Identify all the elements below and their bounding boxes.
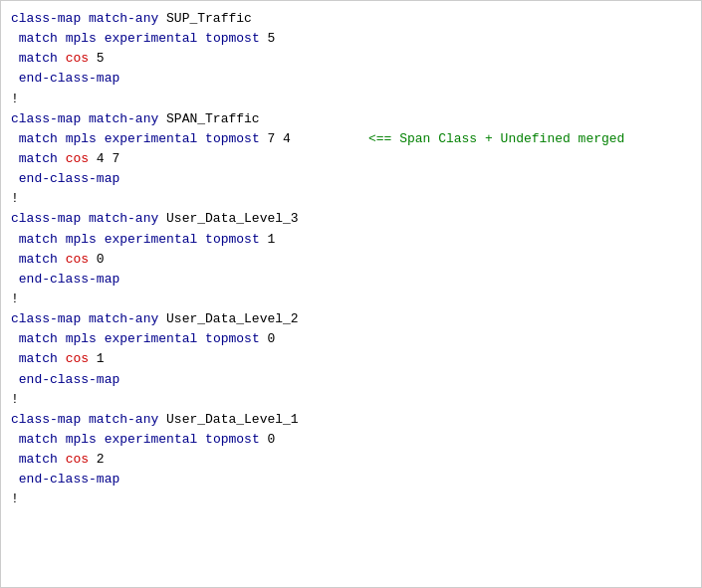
token-kw-cos: cos <box>66 51 89 66</box>
token-val <box>197 31 205 46</box>
code-line: class-map match-any User_Data_Level_2 <box>11 309 691 329</box>
token-kw-cos: cos <box>66 452 89 467</box>
token-kw-match: match <box>19 252 58 267</box>
code-line: end-class-map <box>11 169 691 189</box>
token-val <box>97 331 105 346</box>
token-kw-match-any: match-any <box>89 111 158 126</box>
code-line: match mpls experimental topmost 1 <box>11 230 691 250</box>
token-val: 7 4 <box>260 131 291 146</box>
token-comment: <== Span Class + Undefined merged <box>368 131 624 146</box>
code-line: ! <box>11 490 691 509</box>
token-kw-topmost: topmost <box>205 232 260 247</box>
token-kw-class-map: class-map <box>11 311 81 326</box>
token-kw-end: end-class-map <box>19 171 119 186</box>
token-kw-mpls: mpls <box>66 131 97 146</box>
token-val: 2 <box>89 452 105 467</box>
token-kw-match: match <box>19 51 58 66</box>
code-block: class-map match-any SUP_Traffic match mp… <box>0 0 702 588</box>
token-val <box>97 232 105 247</box>
token-kw-match: match <box>19 232 58 247</box>
token-kw-match: match <box>19 452 58 467</box>
token-val <box>197 131 205 146</box>
token-kw-mpls: mpls <box>66 232 97 247</box>
code-line: match cos 5 <box>11 49 691 69</box>
token-kw-match: match <box>19 131 58 146</box>
token-kw-class-map: class-map <box>11 412 81 427</box>
token-kw-experimental: experimental <box>105 331 198 346</box>
code-line: class-map match-any SPAN_Traffic <box>11 109 691 129</box>
token-kw-experimental: experimental <box>105 131 198 146</box>
code-line: end-class-map <box>11 370 691 390</box>
token-kw-match: match <box>19 331 58 346</box>
token-val <box>58 432 66 447</box>
token-kw-cos: cos <box>66 351 89 366</box>
token-kw-experimental: experimental <box>105 31 198 46</box>
token-kw-experimental: experimental <box>105 232 198 247</box>
token-kw-cos: cos <box>66 252 89 267</box>
token-kw-match: match <box>19 151 58 166</box>
token-val <box>81 311 89 326</box>
token-val: 0 <box>89 252 105 267</box>
code-line: match mpls experimental topmost 0 <box>11 329 691 349</box>
token-val <box>58 31 66 46</box>
code-line: match mpls experimental topmost 5 <box>11 29 691 49</box>
code-line: ! <box>11 90 691 109</box>
token-kw-cos: cos <box>66 151 89 166</box>
code-line: match cos 1 <box>11 349 691 369</box>
token-val <box>97 432 105 447</box>
token-val <box>197 331 205 346</box>
token-val <box>81 111 89 126</box>
token-kw-class-map: class-map <box>11 211 81 226</box>
token-val: SUP_Traffic <box>158 11 252 26</box>
token-excl: ! <box>11 392 19 407</box>
token-kw-end: end-class-map <box>19 372 119 387</box>
token-kw-class-map: class-map <box>11 111 81 126</box>
token-val <box>58 232 66 247</box>
token-kw-match-any: match-any <box>89 311 158 326</box>
code-line: match mpls experimental topmost 7 4 <== … <box>11 129 691 149</box>
token-val: 1 <box>89 351 105 366</box>
code-line: ! <box>11 390 691 410</box>
token-kw-mpls: mpls <box>66 331 97 346</box>
code-line: class-map match-any User_Data_Level_1 <box>11 410 691 430</box>
token-kw-match: match <box>19 31 58 46</box>
code-line: end-class-map <box>11 470 691 490</box>
token-kw-match: match <box>19 432 58 447</box>
token-kw-match-any: match-any <box>89 11 158 26</box>
token-kw-mpls: mpls <box>66 432 97 447</box>
token-val: 0 <box>260 331 276 346</box>
token-val: 0 <box>260 432 276 447</box>
token-kw-end: end-class-map <box>19 71 119 86</box>
token-kw-end: end-class-map <box>19 472 119 487</box>
token-kw-match-any: match-any <box>89 211 158 226</box>
token-val: 5 <box>89 51 105 66</box>
token-val <box>81 11 89 26</box>
token-val <box>97 31 105 46</box>
token-val: 5 <box>260 31 276 46</box>
token-excl: ! <box>11 92 19 106</box>
token-val <box>58 51 66 66</box>
token-val <box>197 432 205 447</box>
token-kw-class-map: class-map <box>11 11 81 26</box>
code-line: ! <box>11 189 691 209</box>
token-val: 4 7 <box>89 151 119 166</box>
code-line: class-map match-any SUP_Traffic <box>11 9 691 29</box>
token-val <box>58 151 66 166</box>
code-line: match cos 4 7 <box>11 149 691 169</box>
token-val <box>81 211 89 226</box>
token-excl: ! <box>11 292 19 306</box>
code-line: ! <box>11 290 691 309</box>
token-val <box>58 452 66 467</box>
token-val <box>58 331 66 346</box>
token-val <box>97 131 105 146</box>
code-line: end-class-map <box>11 69 691 89</box>
token-kw-match: match <box>19 351 58 366</box>
token-val: User_Data_Level_3 <box>158 211 298 226</box>
token-val <box>58 252 66 267</box>
token-val <box>58 131 66 146</box>
token-excl: ! <box>11 491 19 506</box>
token-kw-match-any: match-any <box>89 412 158 427</box>
code-line: match mpls experimental topmost 0 <box>11 430 691 450</box>
token-val: User_Data_Level_2 <box>158 311 298 326</box>
token-excl: ! <box>11 191 19 206</box>
